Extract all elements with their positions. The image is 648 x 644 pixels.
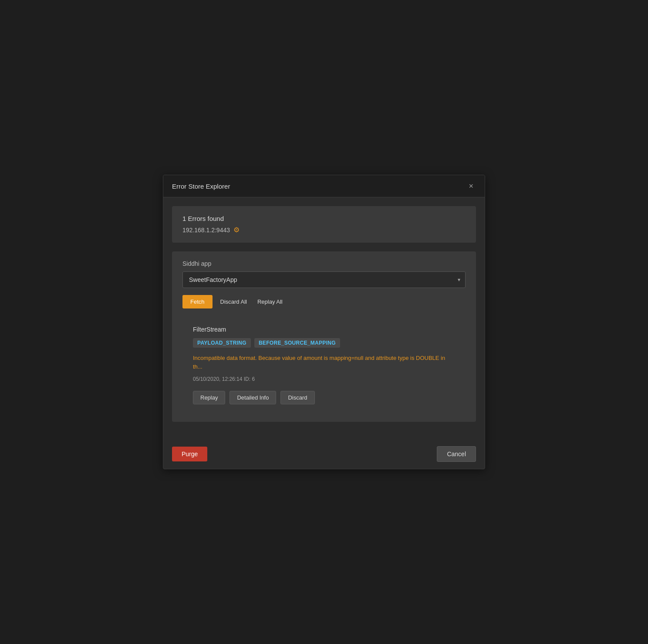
- fetch-button[interactable]: Fetch: [182, 295, 213, 308]
- tag-payload-string: PAYLOAD_STRING: [193, 338, 251, 348]
- server-address: 192.168.1.2:9443: [182, 227, 230, 234]
- detailed-info-button[interactable]: Detailed Info: [230, 391, 276, 404]
- close-button[interactable]: ×: [466, 181, 476, 191]
- app-select[interactable]: SweetFactoryApp: [182, 271, 466, 288]
- tags-container: PAYLOAD_STRING BEFORE_SOURCE_MAPPING: [193, 338, 455, 348]
- error-message: Incompatible data format. Because value …: [193, 354, 455, 371]
- error-meta: 05/10/2020, 12:26:14 ID: 6: [193, 376, 455, 382]
- siddhi-card: Siddhi app SweetFactoryApp ▾ Fetch Disca…: [172, 251, 476, 422]
- error-store-dialog: Error Store Explorer × 1 Errors found 19…: [163, 175, 485, 469]
- discard-button[interactable]: Discard: [280, 391, 314, 404]
- app-select-wrapper: SweetFactoryApp ▾: [182, 271, 466, 288]
- server-info: 192.168.1.2:9443 ⚙: [182, 226, 466, 234]
- dialog-body: 1 Errors found 192.168.1.2:9443 ⚙ Siddhi…: [163, 197, 485, 439]
- discard-all-button[interactable]: Discard All: [218, 295, 250, 308]
- errors-summary-card: 1 Errors found 192.168.1.2:9443 ⚙: [172, 206, 476, 243]
- entry-actions: Replay Detailed Info Discard: [193, 391, 455, 404]
- purge-button[interactable]: Purge: [172, 447, 207, 461]
- replay-button[interactable]: Replay: [193, 391, 225, 404]
- stream-name: FilterStream: [193, 326, 455, 333]
- siddhi-label: Siddhi app: [182, 260, 466, 267]
- errors-count: 1 Errors found: [182, 215, 466, 222]
- dialog-title: Error Store Explorer: [172, 183, 230, 190]
- gear-icon: ⚙: [233, 226, 240, 234]
- cancel-button[interactable]: Cancel: [437, 446, 476, 462]
- dialog-header: Error Store Explorer ×: [163, 175, 485, 197]
- replay-all-button[interactable]: Replay All: [255, 295, 285, 308]
- error-entry-card: FilterStream PAYLOAD_STRING BEFORE_SOURC…: [182, 317, 466, 413]
- dialog-footer: Purge Cancel: [163, 439, 485, 469]
- action-buttons: Fetch Discard All Replay All: [182, 295, 466, 308]
- tag-before-source-mapping: BEFORE_SOURCE_MAPPING: [254, 338, 340, 348]
